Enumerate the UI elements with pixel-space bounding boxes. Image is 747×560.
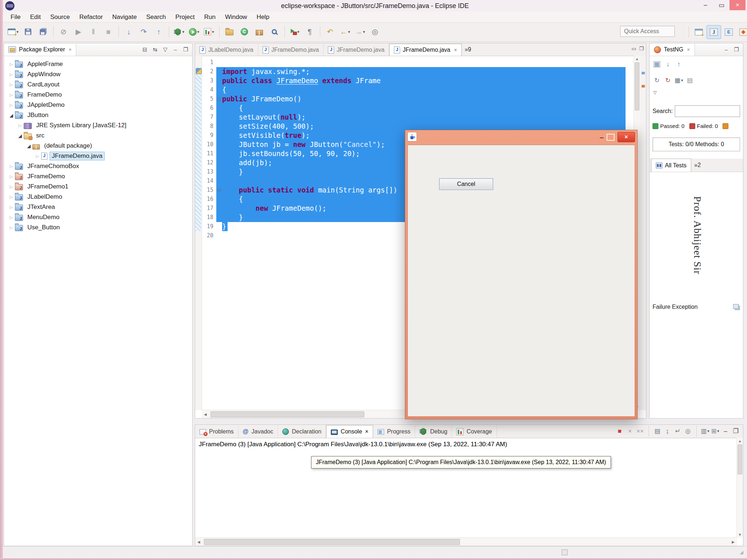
fold-collapse-icon[interactable]: ⊖ <box>217 96 221 102</box>
editor-tab-jframedemo-java[interactable]: JFrameDemo.java <box>324 44 389 56</box>
save-button[interactable] <box>21 25 35 38</box>
collapse-icon[interactable]: ◢ <box>16 133 24 139</box>
console-tab-problems[interactable]: Problems <box>195 425 239 438</box>
scroll-up-icon[interactable]: ▲ <box>737 439 743 443</box>
maximize-view-button[interactable]: ❐ <box>731 427 740 436</box>
editor-tab-jframedemo-java[interactable]: JFrameDemo.java× <box>389 44 462 56</box>
package-explorer-tab[interactable]: Package Explorer × <box>4 44 76 56</box>
console-tab-debug[interactable]: Debug <box>415 425 452 438</box>
menu-file[interactable]: File <box>6 12 25 23</box>
tree-item-framedemo[interactable]: ▷FrameDemo <box>4 90 192 100</box>
editor-tab-overflow[interactable]: »9 <box>465 46 471 53</box>
run-info-button[interactable] <box>653 59 661 69</box>
menu-refactor[interactable]: Refactor <box>75 12 108 23</box>
scroll-lock-button[interactable]: ↨ <box>663 427 672 436</box>
cancel-button[interactable]: Cancel <box>439 178 493 190</box>
debug-button[interactable]: ▾ <box>172 25 186 38</box>
tree-item-jlabeldemo[interactable]: ▷JLabelDemo <box>4 192 192 202</box>
menu-run[interactable]: Run <box>200 12 220 23</box>
show-next-failure-button[interactable]: ↓ <box>663 59 672 69</box>
expand-icon[interactable]: ▷ <box>8 215 15 220</box>
remove-launch-button[interactable]: × <box>626 427 634 436</box>
tree-item-default-package[interactable]: ◢(default package) <box>4 141 192 151</box>
console-vertical-scrollbar[interactable]: ▲ ▼ <box>736 438 743 538</box>
editor-tab-jlabeldemo-java[interactable]: JLabelDemo.java <box>195 44 258 56</box>
new-java-project-button[interactable] <box>222 25 237 38</box>
remove-all-launches-button[interactable]: ×× <box>636 427 645 436</box>
tree-item-jbutton[interactable]: ◢JButton <box>4 110 192 120</box>
minimize-view-button[interactable]: – <box>721 427 730 436</box>
filter-options-button[interactable]: ▦▾ <box>674 75 683 85</box>
expand-icon[interactable]: ▷ <box>8 184 15 189</box>
tree-item-jappletdemo[interactable]: ▷JAppletDemo <box>4 100 192 110</box>
resize-grip-icon[interactable]: ◢ <box>740 549 743 555</box>
scroll-left-icon[interactable]: ◀ <box>204 410 207 418</box>
forward-button[interactable]: →▾ <box>353 25 367 38</box>
tree-item-src[interactable]: ◢src <box>4 131 192 141</box>
open-perspective-button[interactable] <box>692 26 706 39</box>
expand-icon[interactable]: ▷ <box>8 62 15 67</box>
console-tab-coverage[interactable]: Coverage <box>452 425 496 438</box>
menu-navigate[interactable]: Navigate <box>108 12 142 23</box>
scroll-right-icon[interactable]: ▶ <box>732 538 735 546</box>
last-edit-location-button[interactable]: ↶ <box>323 25 337 38</box>
package-explorer-tree[interactable]: ▷AppletFrame▷AppWindow▷CardLayout▷FrameD… <box>4 56 192 233</box>
compare-result-icon[interactable] <box>733 304 739 309</box>
overview-annotation-blue[interactable] <box>642 72 645 74</box>
close-tab-icon[interactable]: × <box>365 428 368 435</box>
menu-window[interactable]: Window <box>220 12 252 23</box>
step-over-button[interactable]: ↷ <box>136 25 151 38</box>
console-tab-declaration[interactable]: Declaration <box>278 425 326 438</box>
maximize-editor-icon[interactable]: ❐ <box>639 46 644 51</box>
collapse-icon[interactable]: ◢ <box>25 143 32 149</box>
skip-breakpoints-button[interactable]: ⊘ <box>56 25 71 38</box>
save-all-button[interactable] <box>36 25 50 38</box>
scrollbar-thumb[interactable] <box>204 539 460 545</box>
link-with-editor-button[interactable]: ⇆ <box>151 45 159 54</box>
terminate-button[interactable]: ■ <box>101 25 116 38</box>
step-return-button[interactable]: ↑ <box>151 25 166 38</box>
menu-project[interactable]: Project <box>171 12 200 23</box>
tree-item-use-button[interactable]: ▷Use_Button <box>4 222 192 233</box>
overview-ruler[interactable] <box>640 56 646 410</box>
view-menu-icon[interactable]: ▽ <box>653 90 657 95</box>
tree-item-jre-system-library-javase-12[interactable]: ▷JRE System Library [JavaSE-12] <box>4 120 192 131</box>
window-close-button[interactable]: × <box>729 0 746 10</box>
jframe-minimize-button[interactable]: – <box>600 133 604 141</box>
console-output-line[interactable]: JFrameDemo (3) [Java Application] C:\Pro… <box>199 441 507 448</box>
expand-icon[interactable]: ▷ <box>8 195 15 199</box>
display-selected-console-button[interactable]: ▥▾ <box>701 427 709 436</box>
rerun-failed-tests-button[interactable]: ↻ <box>663 75 672 85</box>
scroll-up-icon[interactable]: ▲ <box>634 57 640 61</box>
search-button[interactable] <box>267 25 282 38</box>
tree-item-jframedemo[interactable]: ▷JFrameDemo <box>4 171 192 182</box>
all-tests-tab[interactable]: All Tests <box>651 159 691 172</box>
jframe-demo-window[interactable]: – × Cancel <box>405 130 638 419</box>
expand-icon[interactable]: ▷ <box>34 154 41 159</box>
status-notification-icon[interactable] <box>562 549 568 555</box>
terminate-button[interactable]: ■ <box>615 427 624 436</box>
expand-icon[interactable]: ▷ <box>8 205 15 210</box>
new-class-button[interactable] <box>237 25 252 38</box>
rerun-tests-button[interactable]: ↻ <box>653 75 661 85</box>
tree-item-menudemo[interactable]: ▷MenuDemo <box>4 212 192 222</box>
coverage-button[interactable]: ▾ <box>202 25 216 38</box>
expand-icon[interactable]: ▷ <box>8 103 15 108</box>
java-perspective-button[interactable] <box>707 25 721 39</box>
tree-item-appwindow[interactable]: ▷AppWindow <box>4 69 192 79</box>
collapse-all-button[interactable]: ⊟ <box>140 45 149 54</box>
minimize-view-button[interactable]: – <box>722 45 731 54</box>
tree-item-jframechomobox[interactable]: ▷JFrameChomoBox <box>4 161 192 171</box>
console-tab-javadoc[interactable]: Javadoc <box>239 425 278 438</box>
jframe-maximize-button[interactable] <box>607 134 615 141</box>
scrollbar-thumb[interactable] <box>210 411 364 417</box>
new-wizard-button[interactable]: ▾ <box>6 25 20 38</box>
expand-icon[interactable]: ▷ <box>8 72 15 77</box>
view-menu-button[interactable]: ▽ <box>161 45 170 54</box>
overview-annotation-orange[interactable] <box>642 85 645 88</box>
tree-item-jframedemo-java[interactable]: ▷JFrameDemo.java <box>4 151 192 161</box>
close-view-icon[interactable]: × <box>687 47 690 52</box>
resume-button[interactable]: ▶ <box>71 25 86 38</box>
pin-editor-button[interactable]: ◎ <box>368 25 382 38</box>
expand-icon[interactable]: ▷ <box>16 123 24 128</box>
